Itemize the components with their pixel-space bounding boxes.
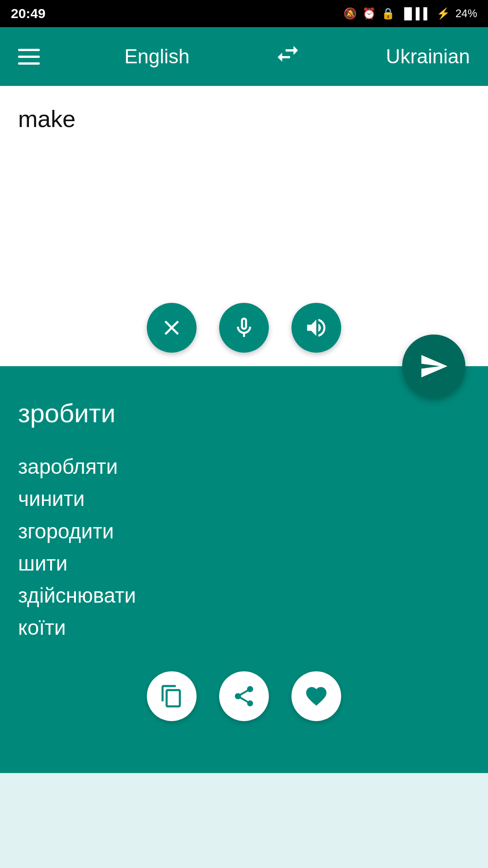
heart-icon bbox=[304, 684, 328, 708]
favorite-button[interactable] bbox=[291, 671, 341, 721]
menu-button[interactable] bbox=[18, 49, 40, 65]
source-language[interactable]: English bbox=[124, 45, 189, 68]
input-text[interactable]: make bbox=[18, 104, 470, 135]
send-icon bbox=[419, 351, 449, 381]
input-area: make bbox=[0, 86, 488, 366]
notification-mute-icon: 🔕 bbox=[343, 7, 357, 20]
status-time: 20:49 bbox=[11, 6, 46, 21]
signal-icon: ▐▌▌▌ bbox=[400, 7, 431, 20]
primary-translation: зробити bbox=[18, 398, 470, 428]
clear-icon bbox=[160, 316, 184, 340]
speaker-icon bbox=[304, 316, 328, 340]
alarm-icon: ⏰ bbox=[362, 7, 376, 20]
share-icon bbox=[232, 684, 256, 708]
share-button[interactable] bbox=[219, 671, 269, 721]
battery-icon: ⚡ bbox=[436, 7, 450, 20]
target-language[interactable]: Ukrainian bbox=[386, 45, 470, 68]
input-actions bbox=[147, 303, 341, 353]
speak-button[interactable] bbox=[291, 303, 341, 353]
battery-percent: 24% bbox=[455, 7, 477, 20]
translate-button[interactable] bbox=[402, 335, 465, 398]
alternative-translations: заробляти чинити згородити шити здійснюв… bbox=[18, 451, 470, 644]
swap-languages-button[interactable] bbox=[274, 40, 301, 73]
lock-icon: 🔒 bbox=[381, 7, 395, 20]
microphone-button[interactable] bbox=[219, 303, 269, 353]
copy-button[interactable] bbox=[147, 671, 197, 721]
status-bar: 20:49 🔕 ⏰ 🔒 ▐▌▌▌ ⚡ 24% bbox=[0, 0, 488, 27]
clear-button[interactable] bbox=[147, 303, 197, 353]
toolbar: English Ukrainian bbox=[0, 27, 488, 86]
microphone-icon bbox=[232, 316, 256, 340]
copy-icon bbox=[160, 684, 184, 708]
status-icons: 🔕 ⏰ 🔒 ▐▌▌▌ ⚡ 24% bbox=[343, 7, 477, 20]
result-area: зробити заробляти чинити згородити шити … bbox=[0, 366, 488, 773]
result-actions bbox=[18, 671, 470, 721]
